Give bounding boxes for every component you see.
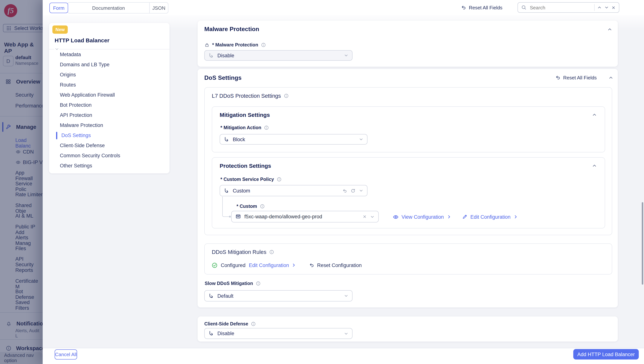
form-content-area: New HTTP Load Balancer Metadata Domains …	[43, 15, 644, 348]
sidebar-item-certificate-mgmt[interactable]: Certificate M	[15, 278, 43, 289]
info-icon[interactable]	[260, 204, 264, 209]
advanced-nav-strip[interactable]: Advanced nav option	[0, 352, 43, 364]
slow-ddos-mitigation-select[interactable]: Default	[204, 290, 352, 301]
sidebar-item-api-security[interactable]: API Security	[15, 256, 43, 267]
close-icon[interactable]	[612, 6, 616, 10]
add-http-lb-button[interactable]: Add HTTP Load Balancer	[573, 349, 639, 359]
refresh-icon[interactable]	[351, 188, 356, 193]
cancel-all-button[interactable]: Cancel All	[55, 349, 77, 359]
info-icon[interactable]	[284, 94, 288, 98]
sidebar-item-service-policies[interactable]: Service Polic	[15, 181, 43, 192]
chevron-up-icon[interactable]	[607, 27, 612, 32]
f5-logo[interactable]: f5	[4, 4, 17, 17]
sidebar-item-bigip[interactable]: BIG-IP Vir	[16, 159, 43, 165]
form-nav-item-api-protection[interactable]: API Protection	[60, 112, 92, 119]
chevron-right-icon	[292, 263, 296, 267]
sidebar-item-reports[interactable]: Reports	[15, 267, 33, 273]
sidebar-item-app-firewall[interactable]: App Firewall	[15, 170, 43, 181]
sidebar-item-workspace[interactable]: Workspace	[6, 344, 43, 352]
sidebar-item-bot-defense[interactable]: Bot Defense	[15, 289, 43, 300]
sidebar-item-load-balancers[interactable]: Load Balanc	[15, 137, 43, 149]
chevron-up-icon[interactable]	[597, 5, 602, 10]
mitigation-action-select[interactable]: Block	[220, 134, 368, 145]
collapse-caret-icon[interactable]	[54, 47, 60, 51]
undo-icon	[309, 262, 314, 268]
tab-form[interactable]: Form	[50, 3, 68, 13]
sidebar-item-files[interactable]: Files	[15, 246, 26, 251]
sidebar-item-notifications[interactable]: Notification	[6, 320, 43, 327]
custom-service-policy-select[interactable]: Custom	[220, 185, 368, 196]
undo-icon[interactable]	[342, 188, 347, 193]
override-branch-icon	[224, 137, 230, 142]
form-nav-item-other-settings[interactable]: Other Settings	[60, 162, 92, 170]
client-side-defense-select[interactable]: Disable	[204, 328, 352, 339]
chevron-down-icon[interactable]	[604, 5, 609, 10]
info-icon[interactable]	[251, 322, 256, 326]
search-input[interactable]	[529, 4, 592, 11]
protection-title: Protection Settings	[220, 163, 271, 169]
sidebar-divider	[0, 73, 43, 73]
sidebar-item-rate-limiter[interactable]: Rate Limiter	[15, 192, 43, 197]
form-nav-item-client-side-defense[interactable]: Client-Side Defense	[60, 142, 105, 149]
bell-icon	[6, 321, 12, 326]
tab-documentation[interactable]: Documentation	[68, 3, 150, 13]
malware-protection-select[interactable]: Disable	[204, 50, 352, 61]
sidebar-item-security[interactable]: Security	[15, 92, 34, 98]
sidebar-item-performance[interactable]: Performance	[15, 103, 43, 109]
sidebar-item-ai-ml[interactable]: AI & ML	[15, 213, 33, 219]
protection-settings-box: Protection Settings * Custom Service Pol…	[212, 157, 605, 228]
csp-label-row: * Custom Service Policy	[220, 176, 282, 182]
namespace-avatar[interactable]: D	[3, 56, 14, 66]
field-label: Client-Side Defense	[204, 321, 248, 326]
section-title: Malware Protection	[204, 26, 259, 33]
custom-policy-ref-select[interactable]: f5xc-waap-demo/allowed-geo-prod	[231, 211, 379, 222]
select-workspace-button[interactable]: Select Works	[3, 24, 43, 32]
mitigation-label-row: * Mitigation Action	[220, 125, 269, 131]
chevron-right-icon	[514, 215, 518, 219]
chevron-up-icon[interactable]	[592, 163, 597, 168]
dos-reset-all-fields[interactable]: Reset All Fields	[555, 72, 597, 83]
edit-configuration-link[interactable]: Edit Configuration	[462, 213, 518, 221]
form-nav-item-domains[interactable]: Domains and LB Type	[60, 61, 110, 69]
rules-edit-label: Edit Configuration	[249, 262, 289, 268]
form-title: HTTP Load Balancer	[55, 37, 110, 44]
reset-all-fields-top[interactable]: Reset All Fields	[461, 0, 502, 15]
vertical-scrollbar-thumb[interactable]	[642, 202, 643, 285]
sidebar-item-cdn[interactable]: CDN	[16, 149, 34, 155]
tab-json[interactable]: JSON	[150, 3, 168, 13]
search-icon	[521, 5, 526, 10]
sidebar-item-manage[interactable]: Manage	[6, 123, 36, 131]
info-icon[interactable]	[277, 177, 282, 182]
form-nav-item-malware-protection[interactable]: Malware Protection	[60, 122, 103, 129]
info-icon[interactable]	[261, 43, 266, 47]
form-nav-item-dos-settings[interactable]: DoS Settings	[61, 132, 91, 139]
mitigation-title: Mitigation Settings	[220, 112, 270, 118]
info-icon[interactable]	[256, 281, 260, 286]
sidebar-item-public-ip[interactable]: Public IP Add	[15, 224, 43, 235]
view-configuration-link[interactable]: View Configuration	[393, 213, 451, 221]
form-nav-item-metadata[interactable]: Metadata	[60, 51, 81, 59]
form-nav-item-common-security[interactable]: Common Security Controls	[60, 152, 120, 160]
sidebar-item-overview[interactable]: Overview	[6, 78, 40, 85]
search-divider	[594, 4, 594, 11]
info-icon[interactable]	[264, 125, 269, 130]
sidebar-item-alerts-management[interactable]: Alerts Manag	[15, 235, 43, 246]
form-nav-item-routes[interactable]: Routes	[60, 81, 76, 89]
namespace-name[interactable]: default	[15, 55, 31, 60]
form-nav-item-waf[interactable]: Web Application Firewall	[60, 91, 115, 99]
rules-reset-configuration-link[interactable]: Reset Configuration	[309, 262, 362, 268]
sidebar-item-saved-filters[interactable]: Saved Filters	[15, 300, 43, 311]
chevron-up-icon[interactable]	[592, 112, 597, 117]
close-icon[interactable]	[362, 215, 367, 219]
chevron-down-icon	[359, 188, 363, 193]
grid-icon	[6, 79, 11, 84]
form-nav-item-bot-protection[interactable]: Bot Protection	[60, 102, 92, 109]
custom-label-row: * Custom	[236, 203, 264, 209]
sidebar-item-shared-objects[interactable]: Shared Obje	[15, 203, 43, 214]
rules-edit-configuration-link[interactable]: Edit Configuration	[249, 262, 296, 268]
view-configuration-label: View Configuration	[402, 214, 444, 220]
chevron-up-icon[interactable]	[608, 75, 613, 80]
modal-topbar: Form Documentation JSON Reset All Fields	[43, 0, 644, 15]
form-nav-item-origins[interactable]: Origins	[60, 71, 76, 79]
info-icon[interactable]	[270, 250, 274, 254]
